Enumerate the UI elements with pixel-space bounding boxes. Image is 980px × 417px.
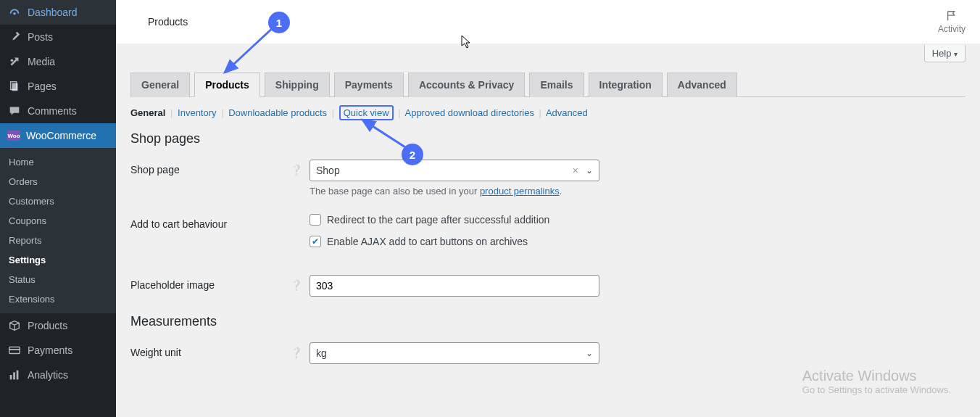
settings-tabs: General Products Shipping Payments Accou… bbox=[130, 73, 966, 97]
section-measurements: Measurements bbox=[130, 314, 966, 329]
content-area: Help General Products Shipping Payments … bbox=[116, 44, 980, 364]
row-shop-page: Shop page ❔ Shop × ⌄ The base page can a… bbox=[130, 160, 966, 197]
sidebar-item-label: WooCommerce bbox=[26, 130, 96, 141]
help-tip-icon[interactable]: ❔ bbox=[290, 342, 302, 358]
sidebar-item-payments[interactable]: Payments bbox=[0, 338, 116, 363]
help-tip-icon[interactable]: ❔ bbox=[290, 275, 302, 291]
activity-button[interactable]: Activity bbox=[938, 9, 966, 34]
svg-rect-6 bbox=[10, 375, 12, 379]
card-icon bbox=[7, 344, 22, 357]
svg-rect-8 bbox=[17, 371, 19, 380]
sidebar-item-products[interactable]: Products bbox=[0, 313, 116, 338]
woo-submenu-status[interactable]: Status bbox=[0, 270, 116, 289]
tab-emails[interactable]: Emails bbox=[529, 73, 584, 97]
dashboard-icon bbox=[7, 6, 22, 19]
svg-point-1 bbox=[11, 59, 14, 62]
add-to-cart-label: Add to cart behaviour bbox=[130, 214, 290, 230]
subtab-inventory[interactable]: Inventory bbox=[178, 107, 216, 118]
sidebar-item-label: Payments bbox=[28, 344, 72, 356]
tab-general[interactable]: General bbox=[130, 73, 190, 97]
woo-submenu-orders[interactable]: Orders bbox=[0, 172, 116, 191]
media-icon bbox=[7, 55, 22, 68]
chevron-down-icon: ⌄ bbox=[586, 348, 593, 358]
sidebar-item-label: Dashboard bbox=[28, 7, 78, 18]
flag-icon bbox=[944, 9, 959, 22]
tab-shipping[interactable]: Shipping bbox=[265, 73, 330, 97]
svg-rect-3 bbox=[12, 83, 17, 91]
shop-page-description: The base page can also be used in your p… bbox=[310, 186, 599, 197]
tab-integration[interactable]: Integration bbox=[589, 73, 663, 97]
tab-products[interactable]: Products bbox=[194, 73, 260, 97]
sidebar-item-analytics[interactable]: Analytics bbox=[0, 363, 116, 387]
sidebar-item-pages[interactable]: Pages bbox=[0, 74, 116, 99]
shop-page-select[interactable]: Shop × ⌄ bbox=[310, 160, 599, 181]
woo-submenu-reports[interactable]: Reports bbox=[0, 231, 116, 250]
weight-unit-select[interactable]: kg ⌄ bbox=[310, 342, 599, 364]
placeholder-input[interactable] bbox=[310, 275, 599, 297]
woo-submenu-home[interactable]: Home bbox=[0, 152, 116, 172]
redirect-checkbox-row: Redirect to the cart page after successf… bbox=[310, 214, 549, 226]
box-icon bbox=[7, 319, 22, 332]
sub-tabs: General | Inventory | Downloadable produ… bbox=[130, 107, 966, 118]
clear-icon[interactable]: × bbox=[573, 165, 578, 176]
ajax-checkbox[interactable] bbox=[310, 236, 321, 247]
sidebar-item-media[interactable]: Media bbox=[0, 49, 116, 74]
tab-accounts-privacy[interactable]: Accounts & Privacy bbox=[408, 73, 526, 97]
weight-label: Weight unit bbox=[130, 342, 290, 358]
chevron-down-icon: ⌄ bbox=[586, 165, 593, 176]
row-add-to-cart: Add to cart behaviour ❔ Redirect to the … bbox=[130, 214, 966, 257]
row-weight-unit: Weight unit ❔ kg ⌄ bbox=[130, 342, 966, 364]
woo-submenu-extensions[interactable]: Extensions bbox=[0, 289, 116, 309]
sidebar-item-posts[interactable]: Posts bbox=[0, 25, 116, 49]
sidebar-item-comments[interactable]: Comments bbox=[0, 99, 116, 123]
chart-icon bbox=[7, 368, 22, 381]
sidebar-item-label: Posts bbox=[28, 31, 53, 43]
subtab-quick-view[interactable]: Quick view bbox=[339, 105, 394, 120]
tab-payments[interactable]: Payments bbox=[334, 73, 404, 97]
svg-point-0 bbox=[13, 12, 16, 15]
shop-page-label: Shop page bbox=[130, 160, 290, 176]
row-placeholder: Placeholder image ❔ bbox=[130, 275, 966, 297]
comment-icon bbox=[7, 104, 22, 117]
subtab-general[interactable]: General bbox=[130, 107, 165, 118]
activity-label: Activity bbox=[938, 24, 966, 34]
section-shop-pages: Shop pages bbox=[130, 131, 966, 146]
woo-submenu-settings[interactable]: Settings bbox=[0, 250, 116, 270]
svg-rect-5 bbox=[9, 349, 20, 350]
shop-page-value: Shop bbox=[316, 165, 340, 176]
subtab-downloadable[interactable]: Downloadable products bbox=[228, 107, 327, 118]
svg-rect-7 bbox=[13, 372, 15, 379]
sidebar-item-label: Products bbox=[28, 320, 67, 331]
tab-advanced[interactable]: Advanced bbox=[667, 73, 737, 97]
redirect-checkbox[interactable] bbox=[310, 214, 321, 226]
topbar: Products Activity bbox=[116, 0, 980, 44]
help-tip-icon[interactable]: ❔ bbox=[290, 160, 302, 176]
sidebar-item-label: Analytics bbox=[28, 369, 68, 381]
placeholder-label: Placeholder image bbox=[130, 275, 290, 291]
admin-sidebar: Dashboard Posts Media Pages Comments Woo… bbox=[0, 0, 116, 417]
sidebar-item-label: Media bbox=[28, 56, 55, 67]
redirect-checkbox-label: Redirect to the cart page after successf… bbox=[327, 214, 549, 226]
woo-submenu-customers[interactable]: Customers bbox=[0, 191, 116, 211]
woo-submenu-coupons[interactable]: Coupons bbox=[0, 211, 116, 231]
woo-icon: Woo bbox=[7, 131, 20, 141]
sidebar-item-dashboard[interactable]: Dashboard bbox=[0, 0, 116, 25]
pin-icon bbox=[7, 30, 22, 44]
subtab-approved-dirs[interactable]: Approved download directories bbox=[404, 107, 534, 118]
ajax-checkbox-label: Enable AJAX add to cart buttons on archi… bbox=[327, 236, 528, 247]
subtab-advanced[interactable]: Advanced bbox=[546, 107, 588, 118]
sidebar-item-label: Comments bbox=[28, 105, 77, 117]
weight-unit-value: kg bbox=[316, 347, 327, 359]
sidebar-item-label: Pages bbox=[28, 80, 57, 92]
sidebar-item-woocommerce[interactable]: Woo WooCommerce bbox=[0, 123, 116, 148]
page-title: Products bbox=[148, 16, 188, 28]
main-area: Products Activity Help General Products … bbox=[116, 0, 980, 417]
page-icon bbox=[7, 80, 22, 93]
ajax-checkbox-row: Enable AJAX add to cart buttons on archi… bbox=[310, 236, 549, 247]
woo-submenu: Home Orders Customers Coupons Reports Se… bbox=[0, 148, 116, 313]
permalinks-link[interactable]: product permalinks bbox=[480, 186, 560, 197]
help-toggle[interactable]: Help bbox=[924, 45, 966, 62]
